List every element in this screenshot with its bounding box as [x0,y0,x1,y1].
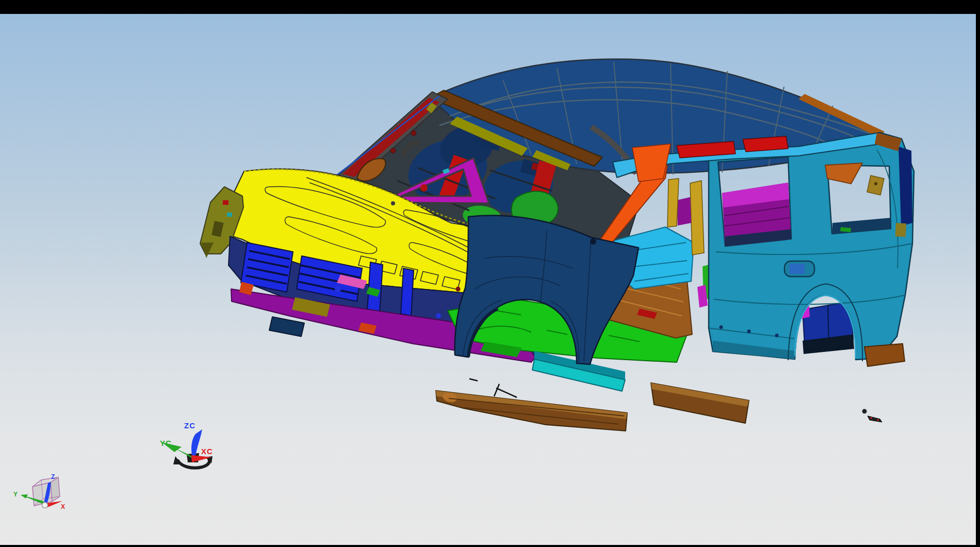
gold-pillar-strip[interactable] [667,179,679,227]
cowl-grommet [420,184,428,191]
loose-part-dot[interactable] [862,409,867,414]
wcs-z-label: ZC [184,421,195,430]
plate-hole [874,182,877,185]
abs-x-label: X [61,503,65,510]
door-strip-gold[interactable] [690,181,704,255]
abs-origin-sphere[interactable] [42,503,48,508]
fender-hole [590,238,596,245]
loose-part-red-dot [877,419,879,421]
pillar-screw [390,148,396,153]
door-handle-insert [789,264,805,274]
sill-plug-dot [720,326,723,329]
abs-y-label: Y [13,491,18,498]
cad-viewport-canvas[interactable]: ZC YC XC Z Y X [0,0,980,547]
hood-latch-dot [456,287,461,292]
hood-latch-dot [391,201,395,205]
pillar-screw [411,131,416,136]
wcs-y-label: YC [160,439,172,447]
loose-part-red-dot [870,417,872,419]
blue-fitting [436,313,441,318]
fender-edge-teal-fleck [227,213,232,217]
tail-bracket[interactable] [895,223,906,237]
cad-viewport[interactable]: ZC YC XC Z Y X [0,0,980,547]
sill-plug-dot [775,334,779,337]
bottom-frame-bar [0,545,980,547]
blue-fitting [335,286,341,292]
fender-edge-red-fleck [223,200,228,205]
right-frame-bar [976,0,980,547]
door-strip-purple[interactable] [677,197,691,226]
wcs-x-label: XC [201,447,213,456]
sill-plug-dot [747,330,751,333]
top-frame-bar [0,0,980,14]
abs-z-label: Z [51,473,55,480]
